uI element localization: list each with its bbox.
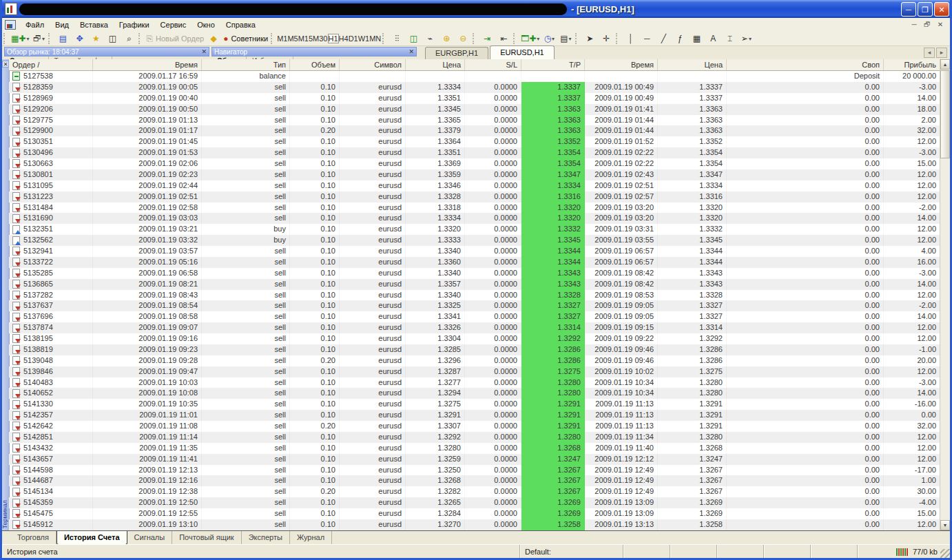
table-row[interactable]: 51406522009.01.19 10:08sell0.10eurusd1.3…: [9, 388, 940, 399]
periods-button[interactable]: ◷: [541, 32, 557, 45]
column-header-7[interactable]: T/P: [521, 59, 585, 70]
zoom-out-button[interactable]: ⊖: [455, 32, 471, 45]
market-watch-button[interactable]: ▤: [54, 32, 71, 45]
navigator-button[interactable]: ★: [87, 32, 104, 45]
menu-item-Вид[interactable]: Вид: [50, 19, 74, 31]
table-row[interactable]: 51451342009.01.19 12:38sell0.20eurusd1.3…: [9, 486, 940, 497]
table-row[interactable]: 51378742009.01.19 09:07sell0.10eurusd1.3…: [9, 322, 940, 333]
table-row[interactable]: 51445982009.01.19 12:13sell0.10eurusd1.3…: [9, 465, 940, 476]
column-header-5[interactable]: Цена: [406, 59, 465, 70]
timeframe-button-MN[interactable]: MN: [369, 34, 381, 43]
strategy-tester-button[interactable]: ⌕: [121, 32, 137, 45]
metaeditor-button[interactable]: ◆: [205, 32, 222, 45]
profiles-button[interactable]: 🗗: [30, 32, 47, 45]
toolbar-grip[interactable]: [3, 33, 8, 44]
table-row[interactable]: 51426422009.01.19 11:08sell0.20eurusd1.3…: [9, 421, 940, 432]
text-label-button[interactable]: ⌶: [721, 32, 738, 45]
table-row[interactable]: 51312232009.01.19 02:51sell0.10eurusd1.3…: [9, 191, 940, 203]
terminal-tab-История Счета[interactable]: История Счета: [56, 531, 127, 545]
table-row[interactable]: 51314842009.01.19 02:58sell0.10eurusd1.3…: [9, 203, 940, 214]
chart-tab-EURGBP,H1[interactable]: EURGBP,H1: [425, 47, 488, 59]
toolbar-grip[interactable]: [138, 33, 143, 44]
templates-button[interactable]: ▤: [557, 32, 574, 45]
menu-item-Справка[interactable]: Справка: [220, 19, 261, 31]
menu-item-Файл[interactable]: Файл: [20, 19, 50, 31]
table-row[interactable]: 51289692009.01.19 00:40sell0.10eurusd1.3…: [9, 93, 940, 104]
table-row[interactable]: 51283592009.01.19 00:05sell0.10eurusd1.3…: [9, 82, 940, 93]
table-row[interactable]: 51398462009.01.19 09:47sell0.10eurusd1.3…: [9, 366, 940, 377]
table-row[interactable]: 51376962009.01.19 08:58sell0.10eurusd1.3…: [9, 311, 940, 322]
table-row[interactable]: 51388192009.01.19 09:23sell0.10eurusd1.3…: [9, 344, 940, 355]
timeframe-button-W1[interactable]: W1: [358, 34, 370, 43]
navigator-close-icon[interactable]: ✕: [408, 48, 414, 55]
mdi-close-button[interactable]: ✕: [935, 20, 946, 30]
toolbar-grip[interactable]: [575, 33, 580, 44]
column-header-8[interactable]: Время: [585, 59, 658, 70]
new-chart-button[interactable]: ▦✚: [10, 32, 30, 45]
minimize-button[interactable]: ─: [901, 2, 916, 17]
toolbar-grip[interactable]: [48, 33, 53, 44]
toolbar-grip[interactable]: [513, 33, 518, 44]
terminal-tab-Почтовый ящик[interactable]: Почтовый ящик: [172, 531, 241, 544]
chart-shift-button[interactable]: ⇤: [495, 32, 512, 45]
table-row[interactable]: 51368652009.01.19 08:21sell0.10eurusd1.3…: [9, 279, 940, 290]
table-row[interactable]: 51428512009.01.19 11:14sell0.10eurusd1.3…: [9, 432, 940, 443]
data-window-button[interactable]: ✥: [71, 32, 87, 45]
table-row[interactable]: 51454752009.01.19 12:55sell0.10eurusd1.3…: [9, 508, 940, 519]
navigator-header[interactable]: Навигатор ✕: [211, 47, 417, 56]
scroll-down-icon[interactable]: ▼: [940, 520, 950, 530]
table-row[interactable]: 51337222009.01.19 05:16sell0.10eurusd1.3…: [9, 257, 940, 268]
fibonacci-button[interactable]: ƒ: [672, 32, 688, 45]
terminal-tab-Эксперты[interactable]: Эксперты: [242, 531, 290, 544]
table-row[interactable]: 51297752009.01.19 01:13sell0.10eurusd1.3…: [9, 115, 940, 126]
table-row[interactable]: 51352852009.01.19 06:58sell0.10eurusd1.3…: [9, 268, 940, 279]
timeframe-button-M5[interactable]: M5: [287, 34, 298, 43]
table-row[interactable]: 51372822009.01.19 08:43sell0.10eurusd1.3…: [9, 290, 940, 301]
table-row[interactable]: 51329412009.01.19 03:57sell0.10eurusd1.3…: [9, 246, 940, 257]
line-chart-button[interactable]: ⌁: [422, 32, 438, 45]
table-row[interactable]: 51323512009.01.19 03:21buy0.10eurusd1.33…: [9, 224, 940, 235]
timeframe-button-H4[interactable]: H4: [339, 34, 349, 43]
menu-item-Сервис[interactable]: Сервис: [155, 19, 192, 31]
column-header-10[interactable]: Своп: [727, 59, 884, 70]
market-watch-header[interactable]: Обзор рынка: 18:04:37 ✕: [4, 47, 209, 56]
table-row[interactable]: 51381952009.01.19 09:16sell0.10eurusd1.3…: [9, 333, 940, 344]
scroll-up-icon[interactable]: ▲: [940, 59, 950, 70]
table-row[interactable]: 51303512009.01.19 01:45sell0.10eurusd1.3…: [9, 136, 940, 147]
zoom-in-button[interactable]: ⊕: [438, 32, 455, 45]
menu-item-Окно[interactable]: Окно: [192, 19, 220, 31]
expert-advisors-button[interactable]: ●Советники: [222, 32, 269, 45]
table-row[interactable]: 51310952009.01.19 02:44sell0.10eurusd1.3…: [9, 180, 940, 191]
terminal-tab-Журнал[interactable]: Журнал: [290, 531, 332, 544]
column-header-4[interactable]: Символ: [340, 59, 406, 70]
table-row[interactable]: 51299002009.01.19 01:17sell0.20eurusd1.3…: [9, 125, 940, 136]
arrows-button[interactable]: ➢: [738, 32, 754, 45]
timeframe-button-D1[interactable]: D1: [349, 34, 358, 43]
close-button[interactable]: ✕: [934, 2, 949, 17]
table-row[interactable]: 51434322009.01.19 11:35sell0.10eurusd1.3…: [9, 443, 940, 454]
mdi-restore-button[interactable]: 🗗: [922, 20, 933, 30]
new-order-button[interactable]: ⎘Новый Ордер: [145, 32, 205, 45]
table-row[interactable]: 51316902009.01.19 03:03sell0.10eurusd1.3…: [9, 213, 940, 224]
terminal-tab-Сигналы[interactable]: Сигналы: [127, 531, 173, 544]
vertical-line-button[interactable]: │: [622, 32, 639, 45]
auto-scroll-button[interactable]: ⇥: [479, 32, 495, 45]
scrollbar-thumb[interactable]: [940, 70, 950, 158]
indicators-button[interactable]: 🗔✚: [519, 32, 541, 45]
table-row[interactable]: 51423572009.01.19 11:01sell0.10eurusd1.3…: [9, 410, 940, 421]
table-row[interactable]: 51308012009.01.19 02:23sell0.10eurusd1.3…: [9, 169, 940, 180]
table-row[interactable]: 51275382009.01.17 16:59balanceDeposit20 …: [9, 71, 940, 82]
terminal-close-icon[interactable]: ✕: [2, 61, 9, 68]
table-row[interactable]: 51325622009.01.19 03:32buy0.10eurusd1.33…: [9, 235, 940, 246]
timeframe-button-H1[interactable]: H1: [328, 34, 339, 43]
cursor-button[interactable]: ➤: [581, 32, 598, 45]
toolbar-grip[interactable]: [382, 33, 387, 44]
terminal-tab-Торговля[interactable]: Торговля: [10, 531, 56, 544]
tab-scroll-left-icon[interactable]: ◂: [924, 48, 935, 58]
text-button[interactable]: A: [705, 32, 721, 45]
table-row[interactable]: 51404832009.01.19 10:03sell0.10eurusd1.3…: [9, 377, 940, 388]
column-header-9[interactable]: Цена: [658, 59, 727, 70]
mdi-minimize-button[interactable]: ─: [909, 20, 920, 30]
menu-item-Вставка[interactable]: Вставка: [74, 19, 114, 31]
column-header-6[interactable]: S/L: [465, 59, 521, 70]
